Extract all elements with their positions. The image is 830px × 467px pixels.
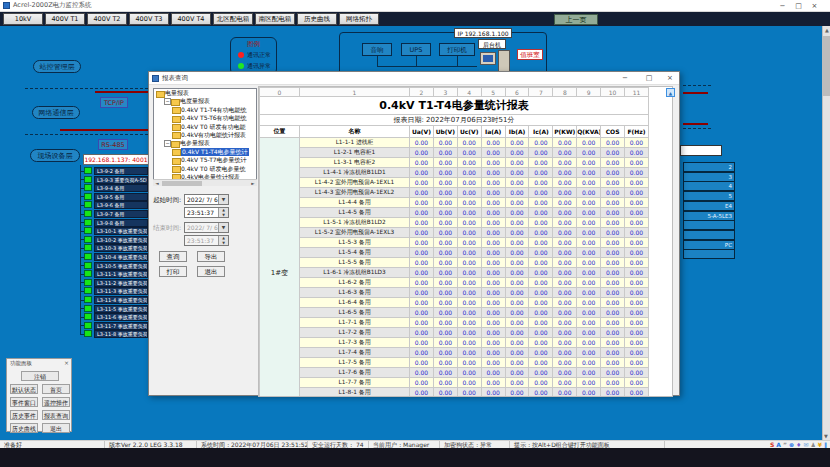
tree-row[interactable]: 0.4kV T0 研发电参量统	[154, 165, 256, 173]
device-item[interactable]: L3-9-6 备用	[94, 201, 148, 209]
fp-button-默认状态[interactable]: 默认状态	[10, 384, 38, 394]
close-button[interactable]: ×	[807, 1, 822, 11]
device-item[interactable]: L3-9-4 备用	[94, 184, 148, 192]
value-cell: 0.00	[529, 338, 553, 348]
tree-row[interactable]: 0.4kV T1-T4电参量统计	[154, 148, 256, 156]
rs485-label: RS-485	[98, 139, 128, 150]
value-cell: 0.00	[529, 158, 553, 168]
fp-button-退出[interactable]: 退出	[42, 423, 70, 433]
tree-item-label[interactable]: 0.4kV T0 研发有功电能	[181, 123, 245, 131]
fp-button-报表查询[interactable]: 报表查询	[42, 410, 70, 420]
tree-expander-icon[interactable]: −	[164, 140, 171, 147]
device-item[interactable]: L3-11-2 事故重要负荷A-	[94, 279, 148, 287]
tab-南区配电箱[interactable]: 南区配电箱	[255, 13, 295, 25]
device-item[interactable]: L3-11-3 事故重要负荷A-	[94, 287, 148, 295]
spinner-icons[interactable]: ▲▼	[218, 208, 228, 217]
row-name-cell: L1-5-1 冷冻机组B1LD2	[300, 218, 410, 228]
value-cell: 0.00	[433, 228, 457, 238]
device-item[interactable]: L3-11-5 事故重要负荷A-	[94, 305, 148, 313]
fp-button-历史事件[interactable]: 历史事件	[10, 410, 38, 420]
tab-400V T3[interactable]: 400V T3	[129, 13, 169, 25]
device-item[interactable]: L3-11-4 事故重要负荷A-	[94, 296, 148, 304]
tree-row[interactable]: 0.4kV T5-T7电参量统计	[154, 156, 256, 164]
previous-page-button[interactable]: 上一页	[554, 14, 598, 25]
dialog-close-button[interactable]: ×	[662, 73, 678, 84]
tree-row[interactable]: −电度量报表	[154, 97, 256, 105]
scroll-left-icon[interactable]: ◄	[153, 180, 161, 187]
tree-item-label[interactable]: 电量报表	[165, 89, 189, 97]
fp-button-首页[interactable]: 首页	[42, 384, 70, 394]
value-cell: 0.00	[601, 218, 625, 228]
device-item[interactable]: L3-10-5 事故重要负荷A-	[94, 262, 148, 270]
connector-line	[377, 56, 378, 66]
dialog-maximize-button[interactable]: □	[641, 73, 657, 84]
tree-item-label[interactable]: 0.4kV有功电能统计报表	[181, 131, 246, 139]
tree-item-label[interactable]: 电参量报表	[180, 139, 210, 147]
dialog-titlebar[interactable]: 报表查询 − □ ×	[149, 72, 679, 85]
tree-item-label[interactable]: 电度量报表	[180, 97, 210, 105]
start-date-combo[interactable]: 2022/ 7/ 6▼	[184, 194, 229, 205]
value-cell: 0.00	[529, 288, 553, 298]
tree-item-label[interactable]: 0.4kV T1-T4有功电能统	[181, 106, 247, 114]
tab-10kV[interactable]: 10kV	[3, 13, 43, 25]
table-scroll-up-icon[interactable]: ▲	[666, 88, 675, 97]
tab-400V T2[interactable]: 400V T2	[87, 13, 127, 25]
device-item[interactable]: L3-9-7 备用	[94, 210, 148, 218]
tree-item-label[interactable]: 0.4kV T5-T6有功电能统	[181, 114, 247, 122]
tab-400V T1[interactable]: 400V T1	[45, 13, 85, 25]
tab-400V T4[interactable]: 400V T4	[171, 13, 211, 25]
tree-item-label[interactable]: 0.4kV T0 研发电参量统	[181, 165, 245, 173]
chevron-down-icon[interactable]: ▼	[218, 195, 228, 204]
canvas-scrollbar-thumb[interactable]	[822, 36, 830, 96]
tree-expander-icon[interactable]: −	[164, 98, 171, 105]
value-cell: 0.00	[553, 378, 577, 388]
query-button[interactable]: 查询	[159, 251, 187, 262]
device-item[interactable]: L3-10-4 事故重要负荷A-	[94, 253, 148, 261]
scroll-down-icon[interactable]: ▼	[822, 432, 830, 440]
value-cell: 0.00	[457, 138, 481, 148]
scroll-right-icon[interactable]: ►	[249, 180, 257, 187]
fp-button-事件窗口[interactable]: 事件窗口	[10, 397, 38, 407]
export-button[interactable]: 导出	[197, 251, 225, 262]
minimize-button[interactable]: −	[775, 1, 790, 11]
tree-item-label[interactable]: 0.4kV T1-T4电参量统计	[181, 148, 249, 156]
tab-北区配电箱[interactable]: 北区配电箱	[213, 13, 253, 25]
dialog-minimize-button[interactable]: −	[617, 73, 633, 84]
logout-button[interactable]: 注销	[21, 371, 59, 381]
device-item[interactable]: L3-9-2 备用	[94, 167, 148, 175]
tree-row[interactable]: −电参量报表	[154, 139, 256, 147]
device-item[interactable]: L3-10-3 事故重要负荷A-	[94, 244, 148, 252]
tree-row[interactable]: 0.4kV T5-T6有功电能统	[154, 114, 256, 122]
device-item[interactable]: L3-11-1 事故重要负荷A-	[94, 270, 148, 278]
tree-row[interactable]: 0.4kV T0 研发有功电能	[154, 123, 256, 131]
print-button[interactable]: 打印	[159, 266, 187, 277]
column-header: 位置	[260, 126, 300, 138]
value-cell: 0.00	[410, 358, 434, 368]
value-cell: 0.00	[577, 268, 601, 278]
tree-row[interactable]: 0.4kV有功电能统计报表	[154, 131, 256, 139]
device-item[interactable]: L3-10-1 事故重要负荷DC3.A	[94, 227, 148, 235]
device-item[interactable]: L3-11-6 事故重要负荷A-	[94, 313, 148, 321]
scroll-up-icon[interactable]: ▲	[823, 26, 830, 34]
tab-历史曲线[interactable]: 历史曲线	[297, 13, 337, 25]
tree-item-label[interactable]: 0.4kV T5-T7电参量统计	[181, 156, 247, 164]
tree-row[interactable]: 电量报表	[154, 89, 256, 97]
tree-hscrollbar[interactable]: ◄ ►	[153, 179, 257, 186]
tree-hscrollbar-thumb[interactable]	[162, 181, 202, 186]
tab-网络拓扑[interactable]: 网络拓扑	[339, 13, 379, 25]
row-name-cell: L1-7-1 备用	[300, 318, 410, 328]
device-item[interactable]: L3-11-8 事故重要负荷A-	[94, 330, 148, 338]
device-item[interactable]: L3-9-8 备用	[94, 219, 148, 227]
exit-button[interactable]: 退出	[197, 266, 225, 277]
device-item[interactable]: L3-9-5 备用	[94, 193, 148, 201]
device-item[interactable]: L3-11-7 事故重要负荷A-	[94, 322, 148, 330]
function-panel-close-icon[interactable]: ×	[64, 359, 69, 366]
device-item[interactable]: L3-10-2 事故重要负荷A-	[94, 236, 148, 244]
device-item[interactable]: L3-9-3 重要负荷A-5DT1	[94, 176, 148, 184]
tree-row[interactable]: 0.4kV T1-T4有功电能统	[154, 106, 256, 114]
fp-button-遥控操作[interactable]: 遥控操作	[42, 397, 70, 407]
start-time-spinner[interactable]: 23:51:37▲▼	[184, 207, 229, 218]
fp-button-历史曲线[interactable]: 历史曲线	[10, 423, 38, 433]
maximize-button[interactable]: □	[791, 1, 806, 11]
value-cell: 0.00	[529, 308, 553, 318]
